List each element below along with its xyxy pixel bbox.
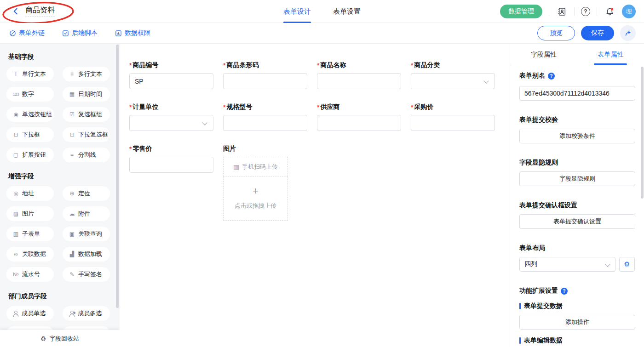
share-arrow-icon [624,29,632,37]
field-item-dropdown[interactable]: ⊡下拉框 [6,127,54,142]
title-area: 商品资料 [0,0,55,23]
person-icon [12,311,19,317]
field-item-multi-dropdown[interactable]: ⊟下拉复选框 [63,127,110,142]
save-button[interactable]: 保存 [581,26,614,40]
sidebar-scrollbar[interactable] [116,45,119,308]
form-field-purchase-price[interactable]: *采购价 [411,103,495,131]
field-item-location[interactable]: ⊕定位 [63,186,110,201]
product-name-input[interactable] [317,73,401,89]
field-visibility-button[interactable]: 字段显隐规则 [519,171,635,186]
header: 商品资料 表单设计 表单设置 数据管理 ? 理 [0,0,644,23]
form-field-supplier[interactable]: *供应商 [317,103,401,131]
field-item-checkbox-group[interactable]: ☑复选框组 [63,107,110,122]
field-item-single-line-text[interactable]: T单行文本 [6,67,54,81]
toolbar-links: 表单外链 后端脚本 数据权限 [0,29,150,37]
field-item-member-single[interactable]: 成员单选 [6,306,54,321]
backend-script-button[interactable]: 后端脚本 [62,29,98,37]
barcode-input[interactable] [223,73,307,89]
unit-select[interactable] [129,115,213,131]
tab-form-design[interactable]: 表单设计 [283,0,311,23]
tab-form-properties[interactable]: 表单属性 [577,44,644,65]
add-validation-button[interactable]: 添加校验条件 [519,129,635,143]
contacts-icon[interactable] [556,6,568,17]
toolbar: 表单外链 后端脚本 数据权限 预览 保存 [0,23,644,44]
form-alias-input[interactable] [519,86,635,101]
link-icon [9,30,16,37]
field-item-relation-data[interactable]: ∞关联数据 [6,247,54,262]
add-submit-action-button[interactable]: 添加操作 [519,315,635,330]
field-item-multi-line-text[interactable]: ≡多行文本 [63,67,110,81]
form-layout-label: 表单布局 [519,244,635,252]
form-field-unit[interactable]: *计量单位 [129,103,213,131]
field-recycle-bin[interactable]: ♻ 字段回收站 [0,330,120,347]
form-canvas[interactable]: *商品编号 *商品条形码 *商品名称 *商品分类 *计量单位 [120,44,510,347]
purchase-price-input[interactable] [411,115,495,131]
data-permission-button[interactable]: 数据权限 [115,29,150,37]
spec-input[interactable] [223,115,307,131]
panel-scrollbar[interactable] [641,67,644,199]
textarea-icon: ≡ [69,71,75,77]
subform-icon: ▥ [12,231,19,237]
field-item-data-load[interactable]: ▟数据加载 [63,247,110,262]
layout-select[interactable]: 四列 [519,257,615,272]
chart-icon: ▟ [69,251,75,257]
form-field-product-name[interactable]: *商品名称 [317,61,401,89]
accent-bar [519,303,521,309]
share-button[interactable] [620,25,636,41]
back-button[interactable] [12,7,20,15]
form-field-image-upload[interactable]: 图片 ▦ 手机扫码上传 + 点击或拖拽上传 [223,145,307,221]
field-visibility-section: 字段显隐规则 字段显隐规则 [519,159,635,186]
field-item-datetime[interactable]: ▦日期时间 [63,87,110,102]
back-chevron-icon [12,7,20,15]
retail-price-input[interactable] [129,157,213,173]
radio-icon: ◉ [12,111,19,118]
form-field-retail-price[interactable]: *零售价 [129,145,213,221]
recycle-icon: ♻ [40,335,46,342]
tab-field-properties[interactable]: 字段属性 [510,44,577,65]
field-item-serial-number[interactable]: №流水号 [6,267,54,282]
gear-icon: ⚙ [624,260,630,268]
avatar[interactable]: 理 [622,5,636,18]
field-item-subform[interactable]: ▥子表单 [6,227,54,241]
tab-form-settings[interactable]: 表单设置 [333,0,361,23]
page-title[interactable]: 商品资料 [25,6,55,17]
form-alias-label: 表单别名 ? [519,72,635,80]
data-manage-button[interactable]: 数据管理 [500,5,542,18]
form-field-barcode[interactable]: *商品条形码 [223,61,307,89]
toolbar-right: 预览 保存 [537,25,636,41]
product-code-input[interactable] [129,73,213,89]
field-item-radio-group[interactable]: ◉单选按钮组 [6,107,54,122]
extension-help-icon[interactable]: ? [561,288,568,295]
product-category-select[interactable] [411,73,495,89]
submit-data-subsection: 表单提交数据 [519,302,635,310]
form-field-product-code[interactable]: *商品编号 [129,61,213,89]
preview-button[interactable]: 预览 [537,26,575,40]
field-item-extend-button[interactable]: ▢扩展按钮 [6,148,54,162]
address-pin-icon: ◎ [12,190,19,197]
supplier-input[interactable] [317,115,401,131]
field-item-member-multi[interactable]: 成员多选 [63,306,110,321]
form-field-product-category[interactable]: *商品分类 [411,61,495,89]
field-item-relation-query[interactable]: ▣关联查询 [63,227,110,241]
notification-bell-icon[interactable] [604,6,615,17]
scan-upload-button[interactable]: ▦ 手机扫码上传 [223,157,288,176]
drop-upload-zone[interactable]: + 点击或拖拽上传 [223,176,288,221]
field-item-image[interactable]: ▨图片 [6,206,54,221]
script-icon [62,30,69,37]
location-icon: ⊕ [69,190,75,197]
field-item-divider[interactable]: =分割线 [63,148,110,162]
field-item-signature[interactable]: ✎手写签名 [63,267,110,282]
layout-gear-button[interactable]: ⚙ [619,257,635,272]
field-item-number[interactable]: 123数字 [6,87,54,102]
field-item-address[interactable]: ◎地址 [6,186,54,201]
external-link-button[interactable]: 表单外链 [9,29,45,37]
required-marker: * [223,103,225,111]
help-icon[interactable]: ? [581,7,590,16]
attachment-cloud-icon: ☁ [69,210,75,217]
field-item-attachment[interactable]: ☁附件 [63,206,110,221]
alias-help-icon[interactable]: ? [548,73,555,80]
relation-query-icon: ▣ [69,231,75,237]
form-field-spec[interactable]: *规格型号 [223,103,307,131]
submit-confirm-button[interactable]: 表单提交确认设置 [519,214,635,229]
required-marker: * [129,145,132,153]
